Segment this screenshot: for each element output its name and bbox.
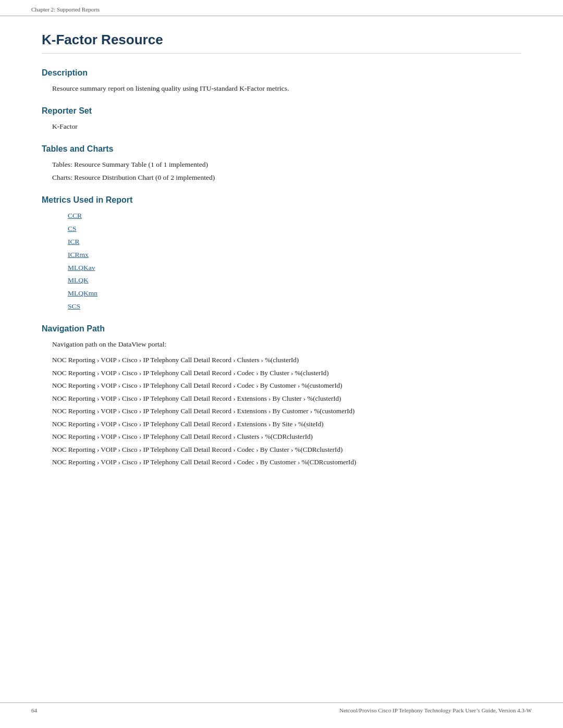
metric-link[interactable]: SCS — [68, 302, 80, 310]
nav-path-item: NOC Reporting › VOIP › Cisco › IP Teleph… — [52, 393, 521, 404]
metric-item: MLQKav — [68, 262, 521, 274]
page-footer: 64 Netcool/Proviso Cisco IP Telephony Te… — [0, 702, 563, 718]
nav-path-item: NOC Reporting › VOIP › Cisco › IP Teleph… — [52, 431, 521, 442]
metric-item: ICRmx — [68, 249, 521, 261]
section-metrics: Metrics Used in Report CCRCSICRICRmxMLQK… — [42, 195, 521, 313]
section-reporter-set: Reporter Set K-Factor — [42, 106, 521, 133]
metric-link[interactable]: MLQKav — [68, 264, 95, 272]
page-title: K-Factor Resource — [42, 32, 521, 54]
nav-path-list: NOC Reporting › VOIP › Cisco › IP Teleph… — [52, 355, 521, 467]
tables-charts-body: Tables: Resource Summary Table (1 of 1 i… — [42, 159, 521, 184]
nav-path-item: NOC Reporting › VOIP › Cisco › IP Teleph… — [52, 419, 521, 429]
metric-link[interactable]: MLQKmn — [68, 289, 97, 297]
metric-link[interactable]: CCR — [68, 212, 82, 219]
reporter-set-text: K-Factor — [52, 121, 521, 133]
reporter-set-body: K-Factor — [42, 121, 521, 133]
footer-page-number: 64 — [31, 707, 37, 713]
page-header: Chapter 2: Supported Reports — [0, 0, 563, 16]
reporter-set-heading: Reporter Set — [42, 106, 521, 116]
nav-path-item: NOC Reporting › VOIP › Cisco › IP Teleph… — [52, 406, 521, 416]
section-tables-charts: Tables and Charts Tables: Resource Summa… — [42, 144, 521, 184]
metric-link[interactable]: ICRmx — [68, 251, 89, 258]
metrics-body: CCRCSICRICRmxMLQKavMLQKMLQKmnSCS — [42, 210, 521, 313]
description-text: Resource summary report on listening qua… — [52, 83, 521, 95]
description-body: Resource summary report on listening qua… — [42, 83, 521, 95]
header-breadcrumb: Chapter 2: Supported Reports — [31, 6, 100, 13]
nav-path-item: NOC Reporting › VOIP › Cisco › IP Teleph… — [52, 457, 521, 467]
tables-charts-heading: Tables and Charts — [42, 144, 521, 154]
footer-document-title: Netcool/Proviso Cisco IP Telephony Techn… — [339, 707, 532, 713]
metric-item: CS — [68, 223, 521, 235]
description-heading: Description — [42, 68, 521, 78]
page-content: K-Factor Resource Description Resource s… — [0, 16, 563, 510]
metric-item: CCR — [68, 210, 521, 222]
metric-link[interactable]: ICR — [68, 238, 80, 245]
nav-path-intro: Navigation path on the DataView portal: — [52, 339, 521, 351]
metrics-list: CCRCSICRICRmxMLQKavMLQKMLQKmnSCS — [52, 210, 521, 313]
metrics-heading: Metrics Used in Report — [42, 195, 521, 205]
nav-path-item: NOC Reporting › VOIP › Cisco › IP Teleph… — [52, 445, 521, 455]
tables-line: Tables: Resource Summary Table (1 of 1 i… — [52, 159, 521, 171]
metric-item: ICR — [68, 236, 521, 248]
navigation-path-body: Navigation path on the DataView portal: … — [42, 339, 521, 467]
charts-line: Charts: Resource Distribution Chart (0 o… — [52, 172, 521, 184]
metric-link[interactable]: MLQK — [68, 276, 89, 284]
nav-path-item: NOC Reporting › VOIP › Cisco › IP Teleph… — [52, 380, 521, 391]
metric-item: MLQKmn — [68, 288, 521, 300]
metric-link[interactable]: CS — [68, 225, 77, 232]
section-navigation-path: Navigation Path Navigation path on the D… — [42, 324, 521, 467]
navigation-path-heading: Navigation Path — [42, 324, 521, 334]
nav-path-item: NOC Reporting › VOIP › Cisco › IP Teleph… — [52, 355, 521, 365]
metric-item: SCS — [68, 301, 521, 313]
metric-item: MLQK — [68, 275, 521, 287]
section-description: Description Resource summary report on l… — [42, 68, 521, 95]
nav-path-item: NOC Reporting › VOIP › Cisco › IP Teleph… — [52, 368, 521, 378]
